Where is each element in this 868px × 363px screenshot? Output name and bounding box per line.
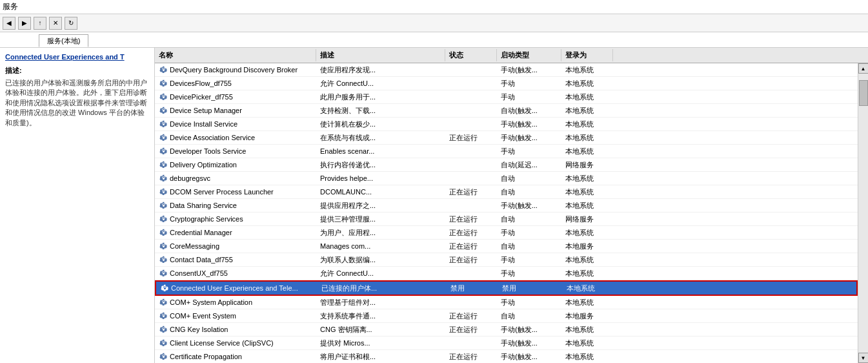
service-icon — [159, 352, 168, 361]
table-row[interactable]: Certificate Propagation 将用户证书和根... 正在运行 … — [155, 350, 858, 363]
service-name-cell: Developer Tools Service — [155, 145, 316, 158]
table-row[interactable]: ConsentUX_df755 允许 ConnectU... 手动 本地系统 — [155, 267, 858, 280]
table-row[interactable]: debugregsvc Provides helpe... 自动 本地系统 — [155, 172, 858, 185]
service-icon — [159, 298, 168, 307]
service-starttype-cell: 手动 — [497, 77, 561, 90]
service-logon-cell: 本地系统 — [561, 226, 613, 239]
service-starttype-cell: 自动(触发... — [497, 104, 561, 117]
table-row[interactable]: Connected User Experiences and Tele... 已… — [155, 280, 858, 296]
table-row[interactable]: DevQuery Background Discovery Broker 使应用… — [155, 63, 858, 77]
service-starttype-cell: 手动(触发... — [497, 350, 561, 363]
toolbar-btn-back[interactable]: ◀ — [3, 17, 15, 30]
service-logon-cell: 本地系统 — [561, 350, 613, 363]
service-desc-cell: 提供对 Micros... — [316, 337, 445, 349]
service-status-cell: 正在运行 — [445, 350, 497, 363]
service-status-cell — [445, 145, 497, 158]
service-name-cell: Connected User Experiences and Tele... — [156, 282, 318, 295]
description-label: 描述: — [5, 66, 149, 76]
service-desc-cell: Manages com... — [316, 240, 445, 253]
table-row[interactable]: COM+ System Application 管理基于组件对... 手动 本地… — [155, 296, 858, 309]
header-starttype[interactable]: 启动类型 — [497, 49, 561, 61]
service-icon — [159, 79, 168, 88]
table-row[interactable]: Device Install Service 使计算机在极少... 手动(触发.… — [155, 118, 858, 131]
toolbar-btn-up[interactable]: ↑ — [34, 17, 46, 30]
table-row[interactable]: Data Sharing Service 提供应用程序之... 手动(触发...… — [155, 199, 858, 213]
service-icon — [159, 214, 168, 223]
table-row[interactable]: CNG Key Isolation CNG 密钥隔离... 正在运行 手动(触发… — [155, 323, 858, 337]
tab-local-services[interactable]: 服务(本地) — [39, 34, 88, 47]
service-icon — [159, 255, 168, 264]
toolbar-btn-refresh[interactable]: ↻ — [65, 17, 77, 30]
service-icon — [159, 160, 168, 169]
service-status-cell: 正在运行 — [445, 185, 497, 198]
service-icon — [159, 187, 168, 196]
left-panel-title[interactable]: Connected User Experiences and T — [5, 53, 149, 61]
table-row[interactable]: Contact Data_df755 为联系人数据编... 正在运行 手动 本地… — [155, 253, 858, 267]
table-row[interactable]: Device Association Service 在系统与有线或... 正在… — [155, 131, 858, 145]
scroll-track[interactable] — [858, 74, 869, 353]
services-list[interactable]: DevQuery Background Discovery Broker 使应用… — [155, 63, 858, 363]
scrollbar-area[interactable]: ▲ ▼ — [858, 63, 868, 363]
service-logon-cell: 本地系统 — [561, 267, 613, 280]
service-desc-cell: 使应用程序发现... — [316, 63, 445, 76]
toolbar: ◀ ▶ ↑ ✕ ↻ — [0, 14, 868, 32]
service-logon-cell: 本地系统 — [561, 323, 613, 336]
table-row[interactable]: Cryptographic Services 提供三种管理服... 正在运行 自… — [155, 213, 858, 226]
service-desc-cell: DCOMLAUNC... — [316, 185, 445, 198]
service-name-cell: DevicesFlow_df755 — [155, 77, 316, 90]
table-row[interactable]: Developer Tools Service Enables scenar..… — [155, 145, 858, 158]
table-row[interactable]: CoreMessaging Manages com... 正在运行 自动 本地服… — [155, 240, 858, 253]
main-container: Connected User Experiences and T 描述: 已连接… — [0, 48, 868, 363]
service-logon-cell: 本地系统 — [561, 172, 613, 185]
table-row[interactable]: Credential Manager 为用户、应用程... 正在运行 手动 本地… — [155, 226, 858, 240]
service-name-cell: COM+ Event System — [155, 309, 316, 322]
service-name-cell: Client License Service (ClipSVC) — [155, 337, 316, 349]
service-icon — [159, 228, 168, 237]
header-desc[interactable]: 描述 — [316, 49, 445, 61]
service-status-cell — [445, 104, 497, 117]
service-starttype-cell: 手动 — [497, 145, 561, 158]
service-logon-cell: 本地系统 — [561, 90, 613, 103]
service-logon-cell: 本地服务 — [561, 309, 613, 322]
scroll-up-btn[interactable]: ▲ — [858, 63, 869, 74]
table-row[interactable]: DCOM Server Process Launcher DCOMLAUNC..… — [155, 185, 858, 199]
table-row[interactable]: DevicePicker_df755 此用户服务用于... 手动 本地系统 — [155, 90, 858, 104]
service-starttype-cell: 手动 — [497, 90, 561, 103]
service-icon — [160, 284, 169, 293]
toolbar-btn-stop[interactable]: ✕ — [49, 17, 62, 30]
description-text: 已连接的用户体验和遥测服务所启用的中用户体验和连接的用户体验。此外，重下启用诊断… — [5, 78, 149, 128]
service-starttype-cell: 自动 — [497, 309, 561, 322]
service-desc-cell: 支持检测、下载... — [316, 104, 445, 117]
table-row[interactable]: Device Setup Manager 支持检测、下载... 自动(触发...… — [155, 104, 858, 118]
header-status[interactable]: 状态 — [445, 49, 497, 61]
service-starttype-cell: 手动 — [497, 253, 561, 266]
service-status-cell — [445, 199, 497, 212]
scroll-down-btn[interactable]: ▼ — [858, 353, 869, 363]
table-row[interactable]: Delivery Optimization 执行内容传递优... 自动(延迟..… — [155, 158, 858, 172]
scroll-thumb[interactable] — [859, 80, 868, 106]
service-icon — [159, 325, 168, 334]
table-row[interactable]: Client License Service (ClipSVC) 提供对 Mic… — [155, 337, 858, 350]
header-logon[interactable]: 登录为 — [561, 49, 613, 61]
service-logon-cell: 网络服务 — [561, 158, 613, 171]
service-starttype-cell: 手动 — [497, 267, 561, 280]
service-logon-cell: 本地系统 — [561, 118, 613, 130]
service-status-cell — [445, 296, 497, 309]
service-desc-cell: 在系统与有线或... — [316, 131, 445, 144]
service-icon — [159, 147, 168, 156]
service-starttype-cell: 自动 — [497, 185, 561, 198]
service-desc-cell: 为联系人数据编... — [316, 253, 445, 266]
table-row[interactable]: COM+ Event System 支持系统事件通... 正在运行 自动 本地服… — [155, 309, 858, 323]
service-status-cell: 正在运行 — [445, 131, 497, 144]
service-status-cell — [445, 267, 497, 280]
window-title: 服务 — [3, 1, 18, 12]
service-logon-cell: 本地系统 — [561, 104, 613, 117]
right-panel: 名称 描述 状态 启动类型 登录为 DevQuery Background Di… — [155, 48, 868, 363]
header-name[interactable]: 名称 — [155, 49, 316, 61]
left-panel: Connected User Experiences and T 描述: 已连接… — [0, 48, 155, 363]
service-icon — [159, 119, 168, 129]
service-status-cell — [445, 118, 497, 130]
toolbar-btn-forward[interactable]: ▶ — [18, 17, 31, 30]
table-row[interactable]: DevicesFlow_df755 允许 ConnectU... 手动 本地系统 — [155, 77, 858, 90]
service-status-cell — [445, 77, 497, 90]
